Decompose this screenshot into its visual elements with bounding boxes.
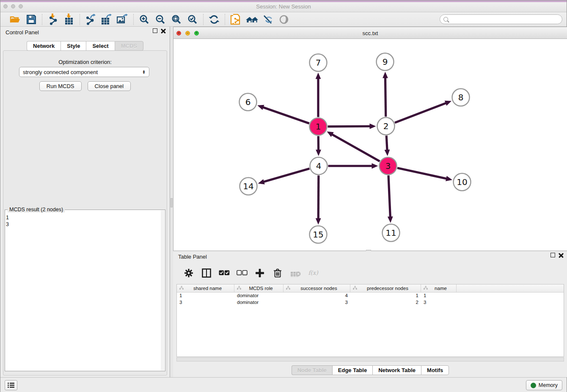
zoom-out-icon[interactable] bbox=[154, 14, 167, 25]
node-label: 14 bbox=[243, 181, 253, 191]
table-close-panel-icon[interactable] bbox=[559, 253, 564, 258]
open-folder-icon[interactable] bbox=[9, 14, 22, 25]
network-graph[interactable]: 7968124314101511 bbox=[173, 39, 567, 251]
node-label: 3 bbox=[385, 161, 391, 171]
tab-network-table[interactable]: Network Table bbox=[372, 365, 421, 375]
table-row-2[interactable]: 3dominator323 bbox=[177, 299, 564, 306]
vertical-splitter[interactable] bbox=[170, 27, 173, 377]
graph-node-10[interactable]: 10 bbox=[454, 174, 471, 191]
graph-node-15[interactable]: 15 bbox=[310, 226, 327, 243]
tab-node-table[interactable]: Node Table bbox=[292, 365, 332, 375]
cell-name[interactable]: 1 bbox=[421, 293, 457, 299]
save-icon[interactable] bbox=[25, 14, 38, 25]
edge-4-15[interactable] bbox=[318, 175, 319, 219]
search-input[interactable] bbox=[451, 17, 556, 22]
table-hscrollbar[interactable] bbox=[176, 357, 564, 362]
edge-3-11[interactable] bbox=[388, 175, 390, 217]
cell-name[interactable]: 3 bbox=[421, 299, 457, 306]
import-table-icon[interactable] bbox=[63, 14, 75, 25]
network-titlebar[interactable]: × − + scc.txt bbox=[173, 27, 567, 39]
home-icon[interactable] bbox=[245, 14, 258, 25]
cell-successor-nodes[interactable]: 3 bbox=[284, 299, 350, 306]
tab-style[interactable]: Style bbox=[61, 41, 86, 51]
run-mcds-button[interactable]: Run MCDS bbox=[39, 81, 82, 91]
add-icon[interactable] bbox=[254, 268, 265, 279]
graph-node-4[interactable]: 4 bbox=[310, 157, 328, 175]
columns-icon[interactable] bbox=[201, 268, 212, 279]
column-header-MCDS-role[interactable]: MCDS role bbox=[234, 284, 284, 292]
tab-network[interactable]: Network bbox=[27, 41, 61, 51]
tab-mcds[interactable]: MCDS bbox=[115, 41, 143, 51]
export-table-icon[interactable] bbox=[100, 14, 113, 25]
edge-2-8[interactable] bbox=[395, 103, 446, 123]
mcds-result-list[interactable]: 1 3 bbox=[6, 214, 161, 370]
svg-text:f(x): f(x) bbox=[308, 269, 318, 276]
edge-1-2[interactable] bbox=[328, 126, 370, 127]
gear-icon[interactable] bbox=[183, 268, 194, 279]
zoom-in-icon[interactable] bbox=[138, 14, 151, 25]
edge-3-10[interactable] bbox=[397, 168, 447, 179]
import-network-icon[interactable] bbox=[47, 14, 59, 25]
control-panel-header: Control Panel bbox=[0, 27, 170, 38]
edge-3-1[interactable] bbox=[332, 134, 380, 161]
export-image-icon[interactable] bbox=[116, 14, 129, 25]
task-history-button[interactable] bbox=[5, 380, 17, 390]
close-panel-icon[interactable] bbox=[161, 28, 166, 34]
column-header-successor-nodes[interactable]: successor nodes bbox=[284, 284, 350, 292]
table-float-panel-icon[interactable] bbox=[550, 253, 555, 257]
deselect-all-icon[interactable] bbox=[237, 268, 248, 279]
graph-node-6[interactable]: 6 bbox=[239, 94, 257, 111]
cell-shared-name[interactable]: 3 bbox=[177, 299, 234, 306]
tab-edge-table[interactable]: Edge Table bbox=[332, 365, 372, 375]
cell-MCDS-role[interactable]: dominator bbox=[234, 299, 284, 306]
tab-select[interactable]: Select bbox=[86, 41, 114, 51]
trash-icon[interactable] bbox=[272, 268, 283, 279]
cell-successor-nodes[interactable]: 4 bbox=[284, 293, 350, 299]
splitter-grip[interactable] bbox=[171, 198, 173, 207]
graph-node-8[interactable]: 8 bbox=[452, 89, 470, 106]
graph-node-9[interactable]: 9 bbox=[377, 53, 394, 71]
criterion-dropdown[interactable]: strongly connected component ▲▼ bbox=[19, 67, 149, 77]
column-type-icon bbox=[179, 286, 184, 291]
graph-node-2[interactable]: 2 bbox=[377, 118, 395, 135]
clone-network-icon[interactable] bbox=[229, 14, 242, 25]
eye-icon[interactable] bbox=[278, 14, 290, 25]
edge-arrowhead bbox=[372, 163, 378, 169]
cell-MCDS-role[interactable]: dominator bbox=[234, 293, 284, 299]
edge-2-3[interactable] bbox=[386, 135, 387, 150]
graph-node-1[interactable]: 1 bbox=[310, 118, 327, 135]
network-canvas[interactable]: 7968124314101511 bbox=[173, 39, 567, 251]
table-toolbar: f(x) bbox=[177, 265, 563, 282]
column-type-icon bbox=[237, 286, 241, 291]
close-panel-button[interactable]: Close panel bbox=[88, 81, 131, 91]
edge-2-9[interactable] bbox=[385, 77, 385, 116]
column-header-name[interactable]: name bbox=[421, 284, 457, 292]
tab-motifs[interactable]: Motifs bbox=[421, 365, 449, 375]
export-network-icon[interactable] bbox=[84, 14, 97, 25]
column-header-predecessor-nodes[interactable]: predecessor nodes bbox=[350, 284, 421, 292]
node-label: 11 bbox=[385, 228, 396, 238]
result-scrollbar[interactable] bbox=[161, 210, 165, 370]
refresh-layout-icon[interactable] bbox=[208, 14, 220, 25]
eye-hidden-icon[interactable] bbox=[261, 14, 274, 25]
node-label: 6 bbox=[245, 97, 251, 107]
table-row-1[interactable]: 1dominator411 bbox=[177, 293, 564, 299]
edge-4-14[interactable] bbox=[263, 168, 309, 182]
graph-node-3[interactable]: 3 bbox=[380, 157, 397, 175]
float-panel-icon[interactable] bbox=[153, 28, 157, 33]
zoom-fit-icon[interactable] bbox=[170, 14, 183, 25]
cell-predecessor-nodes[interactable]: 2 bbox=[350, 299, 421, 306]
zoom-selected-icon[interactable] bbox=[186, 14, 199, 25]
cell-predecessor-nodes[interactable]: 1 bbox=[350, 293, 421, 299]
cell-shared-name[interactable]: 1 bbox=[177, 293, 234, 299]
memory-button[interactable]: Memory bbox=[526, 380, 562, 390]
graph-node-14[interactable]: 14 bbox=[240, 178, 257, 195]
select-all-icon[interactable] bbox=[219, 268, 230, 279]
edge-1-6[interactable] bbox=[262, 107, 309, 124]
search-field[interactable] bbox=[440, 14, 562, 24]
column-header-shared-name[interactable]: shared name bbox=[177, 284, 234, 292]
graph-node-11[interactable]: 11 bbox=[383, 224, 400, 242]
optimization-criterion-label: Optimization criterion: bbox=[0, 59, 170, 65]
edge-arrowhead bbox=[385, 149, 390, 156]
graph-node-7[interactable]: 7 bbox=[310, 54, 327, 72]
